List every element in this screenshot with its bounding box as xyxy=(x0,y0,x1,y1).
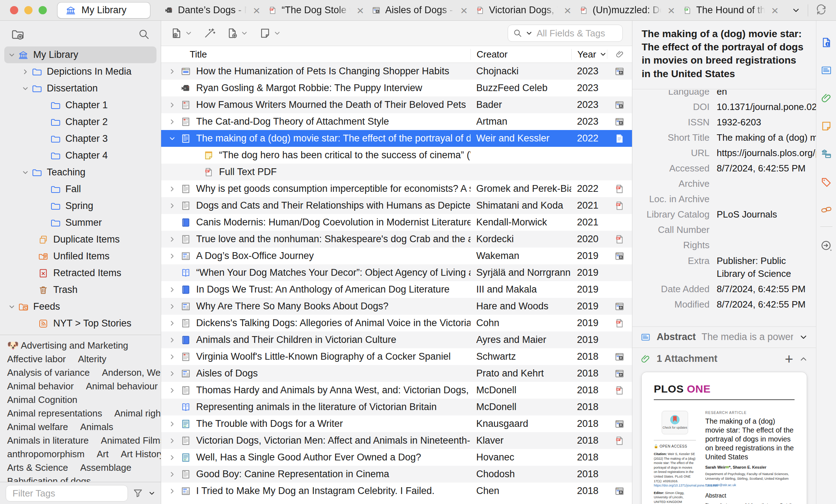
sidebar-item-retracted-items[interactable]: Retracted Items xyxy=(4,265,156,281)
close-tab-icon[interactable]: × xyxy=(771,4,779,16)
pane-tab-tag[interactable] xyxy=(816,168,836,196)
child-item-row[interactable]: “The dog hero has been critical to the s… xyxy=(161,147,632,164)
tag-item[interactable]: Art xyxy=(97,449,109,459)
twisty-collapsed-icon[interactable] xyxy=(161,303,178,310)
item-row[interactable]: Animals and Their Children in Victorian … xyxy=(161,331,632,348)
tab-4[interactable]: Victorian Dogs, Vict× xyxy=(472,4,576,16)
twisty-collapsed-icon[interactable] xyxy=(161,437,178,445)
tag-item[interactable]: Analysis of variance xyxy=(7,367,90,378)
sidebar-item-depictions-in-media[interactable]: Depictions In Media xyxy=(4,63,156,80)
sidebar-item-chapter-1[interactable]: Chapter 1 xyxy=(4,97,156,114)
item-row[interactable]: Dogs and Cats and Their Relationships wi… xyxy=(161,197,632,214)
pane-tab-info[interactable] xyxy=(816,29,836,56)
twisty-collapsed-icon[interactable] xyxy=(161,235,178,243)
tag-item[interactable]: 🐶 Advertising and Marketing xyxy=(7,340,128,351)
item-row[interactable]: Well, Has a Single Good Author Ever Owne… xyxy=(161,449,632,466)
item-row[interactable]: The Cat-and-Dog Theory of Attachment Sty… xyxy=(161,113,632,130)
tag-item[interactable]: Animals xyxy=(80,421,113,432)
child-item-row[interactable]: Full Text PDF xyxy=(161,164,632,180)
field-value[interactable] xyxy=(717,191,816,207)
item-title[interactable]: The making of a (dog) movie star: The ef… xyxy=(632,21,816,89)
field-value[interactable]: 1932-6203 xyxy=(717,115,816,130)
sidebar-item-chapter-3[interactable]: Chapter 3 xyxy=(4,130,156,147)
tab-my-library[interactable]: My Library xyxy=(58,3,150,18)
field-value[interactable] xyxy=(717,238,816,253)
collection-search-icon[interactable] xyxy=(138,28,150,40)
add-attachment-button[interactable]: + xyxy=(785,352,793,366)
sidebar-item-fall[interactable]: Fall xyxy=(4,181,156,198)
twisty-collapsed-icon[interactable] xyxy=(161,353,178,361)
twisty-collapsed-icon[interactable] xyxy=(161,319,178,327)
tag-item[interactable]: Animals in literature xyxy=(7,435,89,446)
item-row[interactable]: Why is pet goods consumption imperceptib… xyxy=(161,180,632,197)
minimize-window-button[interactable] xyxy=(24,6,33,14)
pane-tab-clip[interactable] xyxy=(816,84,836,112)
item-row[interactable]: How the Humanization of Pets Is Changing… xyxy=(161,63,632,80)
sidebar-item-spring[interactable]: Spring xyxy=(4,198,156,214)
item-row[interactable]: Good Boy: Canine Representation in Cinem… xyxy=(161,466,632,483)
twisty-collapsed-icon[interactable] xyxy=(161,454,178,461)
twisty-expanded-icon[interactable] xyxy=(161,135,178,143)
sidebar-item-feeds[interactable]: Feeds xyxy=(4,298,156,315)
close-tab-icon[interactable]: × xyxy=(252,4,261,16)
twisty-expanded-icon[interactable] xyxy=(21,169,29,176)
item-row[interactable]: A Dog’s Box-Office JourneyWakeman2019 xyxy=(161,248,632,264)
twisty-collapsed-icon[interactable] xyxy=(161,101,178,109)
column-header-attachment[interactable] xyxy=(607,50,632,59)
tag-item[interactable]: Animal rights xyxy=(114,408,161,419)
twisty-collapsed-icon[interactable] xyxy=(161,185,178,193)
chevron-up-icon[interactable] xyxy=(799,354,808,364)
twisty-expanded-icon[interactable] xyxy=(8,303,16,311)
field-value[interactable]: 8/7/2024, 6:42:55 PM xyxy=(717,297,816,312)
pane-tab-stickynote[interactable] xyxy=(816,112,836,140)
tag-item[interactable]: Affective labor xyxy=(7,354,66,364)
item-row[interactable]: Canis Modernis: Human/Dog Coevolution in… xyxy=(161,214,632,231)
tab-6[interactable]: The Hound of the Ba× xyxy=(679,4,783,16)
search-input[interactable] xyxy=(536,28,617,39)
twisty-collapsed-icon[interactable] xyxy=(161,68,178,75)
close-tab-icon[interactable]: × xyxy=(460,4,468,16)
close-tab-icon[interactable]: × xyxy=(667,4,676,16)
abstract-section[interactable]: Abstract The media is a powerful forc... xyxy=(632,326,816,348)
search-scope-chevron-icon[interactable] xyxy=(525,29,533,37)
field-value[interactable]: Publisher: Public Library of Science xyxy=(717,254,816,280)
new-attachment-button[interactable] xyxy=(226,27,248,39)
twisty-collapsed-icon[interactable] xyxy=(161,286,178,294)
search-box[interactable] xyxy=(508,25,623,42)
item-row[interactable]: Ryan Gosling & Margot Robbie: The Puppy … xyxy=(161,80,632,96)
item-row[interactable]: The Trouble with Dogs for a WriterKnausg… xyxy=(161,415,632,432)
tag-item[interactable]: Animal Cognition xyxy=(7,394,78,405)
close-tab-icon[interactable]: × xyxy=(356,4,364,16)
twisty-collapsed-icon[interactable] xyxy=(161,370,178,378)
tag-item[interactable]: Animal behaviour xyxy=(86,381,158,391)
zoom-window-button[interactable] xyxy=(39,6,47,14)
pane-tab-related[interactable] xyxy=(816,196,836,224)
tag-item[interactable]: Anderson, Wes xyxy=(102,367,161,378)
pdf-preview-card[interactable]: PLOS ONE Check for updates 🔓 OPEN ACCESS… xyxy=(642,372,807,504)
pane-tab-abstracticon[interactable] xyxy=(816,56,836,84)
tag-item[interactable]: Animal representations xyxy=(7,408,102,419)
tag-item[interactable]: anthropomorphism xyxy=(7,449,85,459)
field-value[interactable] xyxy=(717,176,816,191)
item-row[interactable]: True love and the nonhuman: Shakespeare'… xyxy=(161,231,632,248)
sidebar-item-teaching[interactable]: Teaching xyxy=(4,164,156,181)
item-row[interactable]: Virginia Woolf's Little-Known Biography … xyxy=(161,348,632,365)
pane-tab-locate[interactable] xyxy=(816,232,836,260)
tag-item[interactable]: Assemblage xyxy=(80,462,131,473)
sidebar-item-nyt-top-stories[interactable]: NYT > Top Stories xyxy=(4,315,156,332)
twisty-collapsed-icon[interactable] xyxy=(161,118,178,126)
tag-item[interactable]: Animal welfare xyxy=(7,421,68,432)
tag-item[interactable]: Art History xyxy=(121,449,161,459)
field-value[interactable]: The making of a (dog) mo ... xyxy=(717,130,816,145)
attachments-section-header[interactable]: 1 Attachment + xyxy=(632,348,816,370)
sidebar-item-chapter-2[interactable]: Chapter 2 xyxy=(4,114,156,130)
tag-item[interactable]: Animal behavior xyxy=(7,381,74,391)
tag-item[interactable]: Alterity xyxy=(78,354,106,364)
tabs-menu-chevron-icon[interactable] xyxy=(791,6,801,15)
item-row[interactable]: Representing animals in the literature o… xyxy=(161,399,632,415)
sidebar-item-summer[interactable]: Summer xyxy=(4,214,156,231)
tag-filter-chevron-icon[interactable] xyxy=(148,489,156,497)
field-value[interactable] xyxy=(717,222,816,238)
twisty-collapsed-icon[interactable] xyxy=(161,202,178,210)
pane-tab-libcol[interactable] xyxy=(816,140,836,168)
